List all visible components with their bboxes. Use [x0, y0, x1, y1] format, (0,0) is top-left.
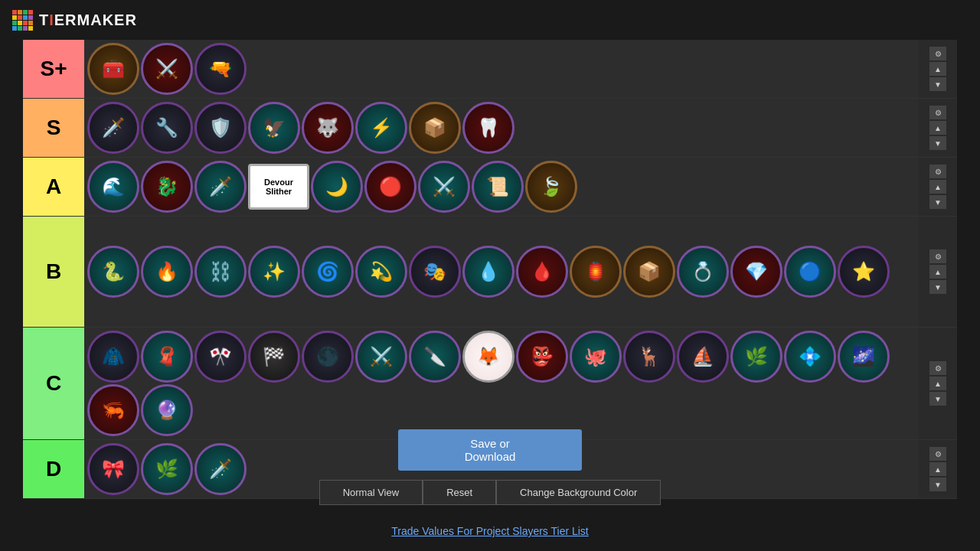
- list-item[interactable]: 💫: [355, 246, 407, 298]
- list-item[interactable]: 👺: [516, 331, 568, 383]
- settings-button-a[interactable]: ⚙: [929, 165, 946, 178]
- list-item[interactable]: 💍: [677, 246, 729, 298]
- list-item[interactable]: 🎭: [409, 246, 461, 298]
- list-item[interactable]: 🔵: [784, 246, 836, 298]
- up-button-sp[interactable]: ▲: [929, 62, 946, 76]
- settings-button-c[interactable]: ⚙: [929, 361, 946, 375]
- tier-controls-sp: ⚙ ▲ ▼: [919, 40, 957, 98]
- list-item[interactable]: 📜: [472, 161, 524, 213]
- list-item[interactable]: 🛡️: [194, 102, 247, 154]
- list-item[interactable]: 📦: [623, 246, 675, 298]
- list-item[interactable]: 🗡️: [194, 161, 247, 213]
- up-button-s[interactable]: ▲: [929, 121, 946, 135]
- list-item[interactable]: 🔮: [141, 384, 193, 436]
- list-item[interactable]: 🐍: [87, 246, 139, 298]
- list-item[interactable]: ⚔️: [418, 161, 470, 213]
- tier-label-b: B: [23, 217, 84, 327]
- up-button-b[interactable]: ▲: [929, 265, 946, 279]
- down-button-sp[interactable]: ▼: [929, 77, 946, 91]
- down-button-c[interactable]: ▼: [929, 392, 946, 406]
- list-item[interactable]: 🌌: [838, 331, 890, 383]
- tier-controls-s: ⚙ ▲ ▼: [919, 99, 957, 157]
- tier-controls-c: ⚙ ▲ ▼: [919, 328, 957, 439]
- list-item[interactable]: 🔴: [364, 161, 416, 213]
- list-item[interactable]: 🌊: [87, 161, 139, 213]
- tooltip-item[interactable]: DevourSlither: [248, 164, 309, 210]
- settings-button-sp[interactable]: ⚙: [929, 47, 946, 60]
- list-item[interactable]: 💧: [462, 246, 514, 298]
- tier-label-s: S: [23, 99, 84, 157]
- bottom-section: Save or Download Normal View Reset Chang…: [0, 429, 980, 505]
- list-item[interactable]: 🔪: [409, 331, 461, 383]
- up-button-a[interactable]: ▲: [929, 180, 946, 194]
- normal-view-button[interactable]: Normal View: [319, 480, 423, 505]
- list-item[interactable]: 🧰: [87, 43, 139, 95]
- list-item[interactable]: 🏮: [570, 246, 622, 298]
- list-item[interactable]: 🎌: [194, 331, 247, 383]
- list-item[interactable]: 🍃: [525, 161, 577, 213]
- list-item[interactable]: 🩸: [516, 246, 568, 298]
- list-item[interactable]: ⛓️: [194, 246, 247, 298]
- list-item[interactable]: 🧥: [87, 331, 139, 383]
- list-item[interactable]: 🌀: [302, 246, 354, 298]
- list-item[interactable]: ⚔️: [355, 331, 407, 383]
- tier-row-s: S 🗡️ 🔧 🛡️ 🦅 🐺 ⚡ 📦 🦷 ⚙ ▲ ▼: [23, 99, 957, 158]
- list-item[interactable]: 💎: [730, 246, 782, 298]
- action-buttons: Normal View Reset Change Background Colo…: [319, 480, 662, 505]
- tier-label-a: A: [23, 158, 84, 216]
- tier-controls-b: ⚙ ▲ ▼: [919, 217, 957, 327]
- list-item[interactable]: 🦐: [87, 384, 139, 436]
- list-item[interactable]: ⛵: [677, 331, 729, 383]
- list-item[interactable]: ⭐: [838, 246, 890, 298]
- reset-button[interactable]: Reset: [423, 480, 496, 505]
- list-item[interactable]: 🦊: [462, 331, 514, 383]
- list-item[interactable]: ⚡: [355, 102, 407, 154]
- list-item[interactable]: 🗡️: [87, 102, 139, 154]
- list-item[interactable]: ✨: [248, 246, 300, 298]
- list-item[interactable]: 🐉: [141, 161, 193, 213]
- tier-items-sp[interactable]: 🧰 ⚔️ 🔫: [84, 40, 919, 98]
- save-download-button[interactable]: Save or Download: [398, 429, 582, 471]
- tier-controls-a: ⚙ ▲ ▼: [919, 158, 957, 216]
- up-button-c[interactable]: ▲: [929, 377, 946, 390]
- footer-link[interactable]: Trade Values For Project Slayers Tier Li…: [391, 525, 589, 537]
- list-item[interactable]: 💠: [784, 331, 836, 383]
- settings-button-s[interactable]: ⚙: [929, 106, 946, 119]
- list-item[interactable]: 🦅: [248, 102, 300, 154]
- logo-grid-icon: [12, 10, 33, 31]
- settings-button-b[interactable]: ⚙: [929, 249, 946, 263]
- list-item[interactable]: 🌑: [302, 331, 354, 383]
- list-item[interactable]: 🧣: [141, 331, 193, 383]
- list-item[interactable]: 📦: [409, 102, 461, 154]
- change-bg-button[interactable]: Change Background Color: [496, 480, 661, 505]
- tier-items-s[interactable]: 🗡️ 🔧 🛡️ 🦅 🐺 ⚡ 📦 🦷: [84, 99, 919, 157]
- tier-items-a[interactable]: 🌊 🐉 🗡️ DevourSlither 🌙 🔴 ⚔️ 📜 🍃: [84, 158, 919, 216]
- tier-row-b: B 🐍 🔥 ⛓️ ✨ 🌀 💫 🎭 💧 🩸 🏮 📦 💍 💎 🔵 ⭐ ⚙ ▲ ▼: [23, 217, 957, 328]
- list-item[interactable]: 🐺: [302, 102, 354, 154]
- header: TiERMAKER: [0, 0, 980, 40]
- tier-row-sp: S+ 🧰 ⚔️ 🔫 ⚙ ▲ ▼: [23, 40, 957, 99]
- tier-label-c: C: [23, 328, 84, 439]
- list-item[interactable]: 🏁: [248, 331, 300, 383]
- tier-items-b[interactable]: 🐍 🔥 ⛓️ ✨ 🌀 💫 🎭 💧 🩸 🏮 📦 💍 💎 🔵 ⭐: [84, 217, 919, 327]
- down-button-b[interactable]: ▼: [929, 280, 946, 294]
- tier-items-c[interactable]: 🧥 🧣 🎌 🏁 🌑 ⚔️ 🔪 🦊 👺 🐙 🦌 ⛵ 🌿 💠 🌌 🦐 🔮: [84, 328, 919, 439]
- list-item[interactable]: 🦷: [462, 102, 514, 154]
- list-item[interactable]: 🦌: [623, 331, 675, 383]
- list-item[interactable]: 🌿: [730, 331, 782, 383]
- down-button-a[interactable]: ▼: [929, 195, 946, 209]
- list-item[interactable]: 🌙: [311, 161, 363, 213]
- logo-text: TiERMAKER: [39, 11, 137, 29]
- tier-row-c: C 🧥 🧣 🎌 🏁 🌑 ⚔️ 🔪 🦊 👺 🐙 🦌 ⛵ 🌿 💠 🌌 🦐 🔮 ⚙ ▲…: [23, 328, 957, 440]
- list-item[interactable]: 🔫: [194, 43, 247, 95]
- list-item[interactable]: 🔧: [141, 102, 193, 154]
- tier-row-a: A 🌊 🐉 🗡️ DevourSlither 🌙 🔴 ⚔️ 📜 🍃 ⚙ ▲ ▼: [23, 158, 957, 217]
- logo: TiERMAKER: [12, 10, 137, 31]
- list-item[interactable]: 🔥: [141, 246, 193, 298]
- down-button-s[interactable]: ▼: [929, 136, 946, 150]
- tier-label-sp: S+: [23, 40, 84, 98]
- list-item[interactable]: 🐙: [570, 331, 622, 383]
- list-item[interactable]: ⚔️: [141, 43, 193, 95]
